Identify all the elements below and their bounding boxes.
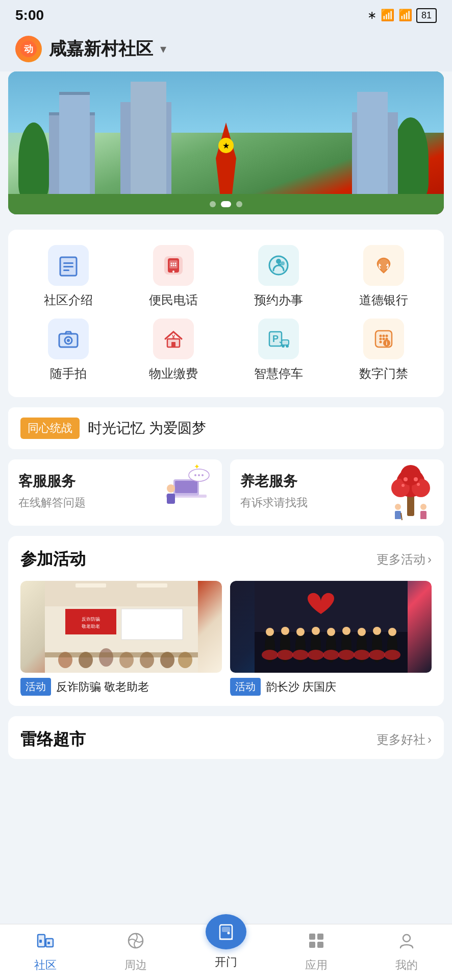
svg-rect-5 [63, 266, 73, 267]
activities-title: 参加活动 [20, 548, 86, 571]
svg-point-110 [338, 650, 355, 660]
svg-point-58 [401, 484, 405, 487]
tag-badge: 同心统战 [20, 418, 80, 439]
mine-nav-label: 我的 [395, 958, 418, 973]
nav-apps[interactable]: 应用 [271, 924, 362, 980]
status-icons: ∗ 📶 📶 81 [367, 8, 437, 23]
svg-text:反诈防骗: 反诈防骗 [82, 617, 100, 622]
svg-point-98 [342, 627, 350, 635]
community-name: 咸嘉新村社区 [49, 37, 153, 61]
activity-badge-1: 活动 [20, 678, 51, 696]
svg-rect-43 [175, 481, 197, 493]
dot-3 [236, 201, 242, 207]
grid-container: 社区介绍 便民电话 [18, 245, 434, 382]
svg-rect-126 [317, 942, 323, 948]
svg-point-9 [172, 271, 174, 273]
grid-item-community-intro[interactable]: 社区介绍 [18, 245, 118, 308]
community-intro-label: 社区介绍 [44, 292, 93, 308]
activities-more[interactable]: 更多活动 › [376, 551, 432, 568]
svg-point-113 [384, 650, 400, 660]
activities-header: 参加活动 更多活动 › [20, 548, 432, 571]
activity-title-2: 韵长沙 庆国庆 [266, 679, 336, 695]
svg-point-55 [400, 465, 421, 485]
svg-rect-72 [137, 583, 167, 587]
elder-service-card[interactable]: 养老服务 有诉求请找我 [230, 459, 444, 526]
bluetooth-icon: ∗ [367, 9, 376, 22]
property-fee-icon: ¥ [153, 318, 194, 359]
service-phone-icon [153, 245, 194, 286]
svg-point-88 [266, 628, 274, 636]
grid-item-digital-gate[interactable]: i 数字门禁 [334, 318, 434, 382]
svg-point-45 [194, 474, 196, 476]
activity-footer-2: 活动 韵长沙 庆国庆 [230, 673, 432, 698]
dropdown-arrow-icon[interactable]: ▾ [160, 42, 166, 56]
svg-text:敬老助老: 敬老助老 [82, 624, 100, 629]
svg-point-33 [383, 335, 385, 337]
svg-point-109 [323, 650, 339, 660]
activity-badge-2: 活动 [230, 678, 261, 696]
svg-rect-24 [171, 342, 175, 347]
dot-2 [221, 201, 231, 207]
header-logo: 动 [15, 36, 42, 62]
wifi-icon: 📶 [398, 9, 412, 22]
svg-rect-70 [45, 581, 198, 606]
svg-point-13 [175, 263, 177, 264]
svg-point-15 [173, 265, 174, 266]
svg-rect-28 [282, 340, 289, 345]
svg-rect-84 [45, 652, 198, 657]
nav-nearby[interactable]: 周边 [90, 924, 181, 980]
grid-item-property-fee[interactable]: ¥ 物业缴费 [123, 318, 223, 382]
customer-service-card[interactable]: 客服服务 在线解答问题 ✦ [8, 459, 222, 526]
smart-parking-label: 智慧停车 [254, 365, 303, 382]
grid-item-moral-bank[interactable]: 道德银行 [334, 245, 434, 308]
store-more[interactable]: 更多好社 › [376, 731, 432, 748]
smart-parking-icon: P [258, 318, 299, 359]
activity-card-1[interactable]: 反诈防骗 敬老助老 活动 反诈防骗 敬 [20, 581, 222, 698]
property-fee-label: 物业缴费 [149, 365, 198, 382]
elder-service-illustration [383, 465, 439, 523]
svg-point-47 [202, 474, 204, 476]
svg-point-22 [67, 339, 70, 342]
svg-point-16 [175, 265, 177, 266]
svg-point-35 [380, 338, 382, 340]
digital-gate-label: 数字门禁 [359, 365, 408, 382]
svg-rect-6 [63, 270, 69, 271]
svg-rect-117 [47, 942, 50, 944]
svg-point-108 [308, 650, 324, 660]
grid-item-smart-parking[interactable]: P 智慧停车 [229, 318, 329, 382]
service-phone-label: 便民电话 [149, 292, 198, 308]
digital-gate-icon: i [363, 318, 404, 359]
grid-item-appointment[interactable]: 预约办事 [229, 245, 329, 308]
activity-image-2 [230, 581, 432, 673]
grid-item-quick-photo[interactable]: 随手拍 [18, 318, 118, 382]
svg-text:✦: ✦ [194, 464, 200, 471]
svg-point-111 [354, 650, 370, 660]
svg-point-56 [404, 477, 408, 481]
svg-rect-73 [65, 609, 116, 634]
moral-bank-icon [363, 245, 404, 286]
svg-rect-124 [317, 934, 323, 940]
svg-rect-116 [39, 940, 42, 943]
nav-community[interactable]: 社区 [0, 924, 90, 980]
banner-dots [210, 201, 242, 207]
svg-point-30 [286, 345, 289, 348]
nav-open-door[interactable]: 开门 [181, 914, 271, 970]
appointment-label: 预约办事 [254, 292, 303, 308]
nearby-nav-label: 周边 [124, 958, 147, 973]
svg-point-60 [395, 504, 401, 510]
activity-card-2[interactable]: 活动 韵长沙 庆国庆 [230, 581, 432, 698]
svg-point-102 [373, 627, 381, 635]
svg-point-112 [369, 650, 385, 660]
banner-carousel[interactable]: ★ [8, 71, 444, 214]
svg-rect-71 [76, 583, 106, 587]
svg-point-38 [380, 341, 382, 344]
svg-rect-4 [63, 262, 73, 264]
grid-item-service-phone[interactable]: 便民电话 [123, 245, 223, 308]
chevron-right-icon: › [428, 552, 432, 567]
svg-rect-10 [169, 260, 178, 268]
svg-text:¥: ¥ [172, 334, 175, 340]
nav-mine[interactable]: 我的 [362, 924, 452, 980]
quick-photo-icon [48, 318, 89, 359]
svg-point-127 [403, 935, 410, 942]
svg-rect-125 [309, 942, 315, 948]
